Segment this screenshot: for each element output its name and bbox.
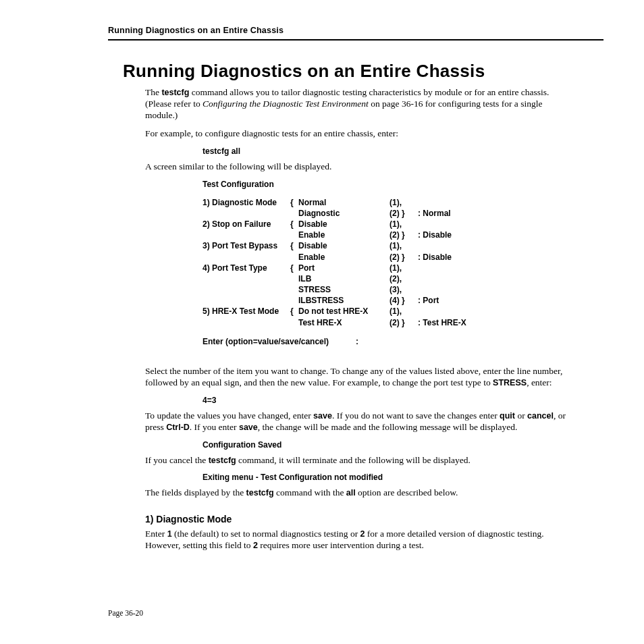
cfg-brace: { xyxy=(290,263,298,273)
page-number: Page 36-20 xyxy=(108,609,143,617)
cfg-num: (1), xyxy=(390,306,418,317)
cfg-num: (1), xyxy=(390,219,418,230)
after-p3: If you cancel the testcfg command, it wi… xyxy=(145,455,576,466)
cfg-brace: { xyxy=(290,240,298,251)
body: The testcfg command allows you to tailor… xyxy=(145,87,576,552)
bold: testcfg xyxy=(246,488,274,498)
bold: quit xyxy=(500,411,515,421)
running-head: Running Diagnostics on an Entire Chassis xyxy=(108,26,603,39)
cfg-row: 1) Diagnostic Mode { Normal (1), xyxy=(203,197,576,208)
header: Running Diagnostics on an Entire Chassis xyxy=(41,0,603,41)
bold: 2 xyxy=(253,541,258,550)
cfg-num: (1), xyxy=(390,197,418,208)
cfg-label: 5) HRE-X Test Mode xyxy=(203,306,290,317)
bold: save xyxy=(313,411,332,421)
text: or xyxy=(515,410,527,421)
text: The fields displayed by the xyxy=(145,487,246,498)
header-rule xyxy=(108,39,603,41)
cfg-label: 2) Stop on Failure xyxy=(203,219,290,230)
cfg-num: (2), xyxy=(390,273,418,284)
cfg-brace: { xyxy=(290,306,298,317)
cfg-brace: { xyxy=(290,197,298,208)
text: . If you do not want to save the changes… xyxy=(332,410,500,421)
cfg-num: (4) } xyxy=(390,295,418,306)
cfg-opt: STRESS xyxy=(298,284,390,295)
cfg-num: (1), xyxy=(390,240,418,251)
text: , the change will be made and the follow… xyxy=(258,422,518,432)
cfg-prompt: Enter (option=value/save/cancel): xyxy=(203,336,576,347)
msg-configuration-saved: Configuration Saved xyxy=(203,440,576,450)
bold: all xyxy=(346,488,356,498)
cfg-opt: Test HRE-X xyxy=(298,317,390,328)
cfg-opt: Diagnostic xyxy=(298,208,390,219)
bold: save xyxy=(239,423,258,432)
cfg-title: Test Configuration xyxy=(203,179,576,190)
cfg-num: (2) } xyxy=(390,230,418,240)
sub-p1: Enter 1 (the default) to set to normal d… xyxy=(145,529,576,552)
content: Running Diagnostics on an Entire Chassis… xyxy=(41,61,603,552)
cfg-opt: ILB xyxy=(298,273,390,284)
intro-p3: A screen similar to the following will b… xyxy=(145,161,576,173)
cfg-row: STRESS (3), xyxy=(203,284,576,295)
bold: 1 xyxy=(167,529,172,539)
cfg-num: (2) } xyxy=(390,252,418,263)
cfg-opt: Normal xyxy=(298,197,390,208)
cfg-num: (1), xyxy=(390,263,418,273)
intro-p1: The testcfg command allows you to tailor… xyxy=(145,87,576,122)
after-p1: Select the number of the item you want t… xyxy=(145,366,576,389)
cfg-num: (3), xyxy=(390,284,418,295)
cfg-label: 4) Port Test Type xyxy=(203,263,290,273)
cfg-row: 3) Port Test Bypass { Disable (1), xyxy=(203,240,576,251)
cfg-def: : Disable xyxy=(418,252,452,263)
cmd-testcfg: testcfg xyxy=(161,88,189,97)
cfg-opt: Disable xyxy=(298,240,390,251)
cfg-row: Enable (2) } : Disable xyxy=(203,252,576,263)
cfg-opt: Enable xyxy=(298,252,390,263)
ref-title: Configuring the Diagnostic Test Environm… xyxy=(203,99,369,109)
cfg-def: : Disable xyxy=(418,230,452,240)
text: command with the xyxy=(274,487,346,498)
cfg-row: 2) Stop on Failure { Disable (1), xyxy=(203,219,576,230)
text: The xyxy=(145,87,161,97)
cfg-def: : Test HRE-X xyxy=(418,317,466,328)
text: . If you enter xyxy=(190,422,239,432)
text: To update the values you have changed, e… xyxy=(145,410,313,421)
page-title: Running Diagnostics on an Entire Chassis xyxy=(123,61,603,82)
cfg-opt: Do not test HRE-X xyxy=(298,306,390,317)
test-configuration-block: Test Configuration 1) Diagnostic Mode { … xyxy=(203,179,576,347)
text: requires more user intervention during a… xyxy=(258,540,424,550)
cfg-row: Test HRE-X (2) } : Test HRE-X xyxy=(203,317,576,328)
msg-exiting-menu: Exiting menu - Test Configuration not mo… xyxy=(203,473,576,482)
cfg-row: Enable (2) } : Disable xyxy=(203,230,576,240)
text: If you cancel the xyxy=(145,455,209,465)
cfg-prompt-text: Enter (option=value/save/cancel) xyxy=(203,337,329,346)
cfg-row: 4) Port Test Type { Port (1), xyxy=(203,263,576,273)
bold: STRESS xyxy=(493,378,527,387)
bold: Ctrl-D xyxy=(166,423,190,432)
subhead-diagnostic-mode: 1) Diagnostic Mode xyxy=(145,514,576,525)
cfg-def: : Port xyxy=(418,295,439,306)
cfg-def: : Normal xyxy=(418,208,451,219)
text: (the default) to set to normal diagnosti… xyxy=(172,529,360,539)
after-p2: To update the values you have changed, e… xyxy=(145,410,576,433)
cmd-4-3: 4=3 xyxy=(203,396,576,405)
intro-p2: For example, to configure diagnostic tes… xyxy=(145,128,576,140)
bold: testcfg xyxy=(209,456,236,465)
cfg-label: 1) Diagnostic Mode xyxy=(203,197,290,208)
text: Enter xyxy=(145,529,167,539)
cfg-num: (2) } xyxy=(390,317,418,328)
cfg-row: ILB (2), xyxy=(203,273,576,284)
cfg-brace: { xyxy=(290,219,298,230)
cfg-num: (2) } xyxy=(390,208,418,219)
cfg-label: 3) Port Test Bypass xyxy=(203,240,290,251)
cfg-opt: ILBSTRESS xyxy=(298,295,390,306)
cfg-opt: Disable xyxy=(298,219,390,230)
text: , enter: xyxy=(527,377,552,387)
bold: cancel xyxy=(527,411,554,421)
cfg-row: ILBSTRESS (4) } : Port xyxy=(203,295,576,306)
cfg-opt: Enable xyxy=(298,230,390,240)
cfg-prompt-colon: : xyxy=(356,336,358,347)
cfg-row: 5) HRE-X Test Mode { Do not test HRE-X (… xyxy=(203,306,576,317)
after-p4: The fields displayed by the testcfg comm… xyxy=(145,487,576,499)
text: option are described below. xyxy=(356,487,458,498)
